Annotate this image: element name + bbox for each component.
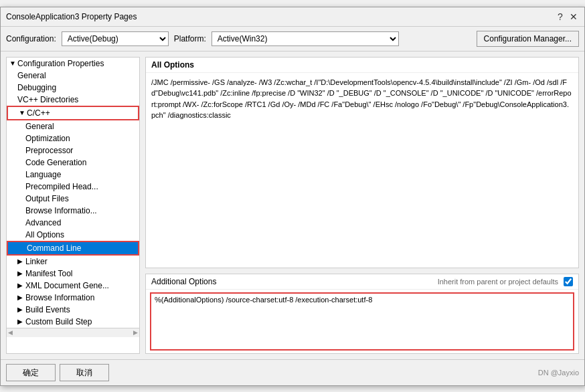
config-label: Configuration: xyxy=(6,34,56,43)
sidebar-item-cpp-output[interactable]: Output Files xyxy=(7,193,139,205)
all-options-panel: All Options /JMC /permissive- /GS /analy… xyxy=(145,57,579,268)
sidebar-item-custom-build[interactable]: ▶ Custom Build Step xyxy=(7,316,139,328)
tree-root-label: Configuration Properties xyxy=(17,59,104,68)
sidebar-item-cpp-browse-info[interactable]: Browse Informatio... xyxy=(7,205,139,217)
sidebar-item-label: VC++ Directories xyxy=(17,95,78,104)
config-manager-button[interactable]: Configuration Manager... xyxy=(477,31,579,47)
dialog-title: ConsoleApplication3 Property Pages xyxy=(6,12,137,21)
sidebar-item-label: Precompiled Head... xyxy=(25,182,98,191)
sidebar-item-label: Code Generation xyxy=(25,158,86,167)
sidebar-item-vc-dirs[interactable]: VC++ Directories xyxy=(7,94,139,106)
config-bar: Configuration: Active(Debug) Platform: A… xyxy=(1,27,584,52)
sidebar-item-label: General xyxy=(17,71,46,80)
sidebar-item-label: General xyxy=(25,122,54,131)
titlebar: ConsoleApplication3 Property Pages ? ✕ xyxy=(1,7,584,27)
sidebar-item-cpp-codegen[interactable]: Code Generation xyxy=(7,157,139,169)
sidebar-item-label: Browse Informatio... xyxy=(25,206,97,215)
sidebar-item-label: Preprocessor xyxy=(25,146,73,155)
sidebar-item-browse-information[interactable]: ▶ Browse Information xyxy=(7,292,139,304)
expand-icon: ▼ xyxy=(9,60,16,67)
sidebar-item-debugging[interactable]: Debugging xyxy=(7,82,139,94)
sidebar-item-cpp-general[interactable]: General xyxy=(7,120,139,132)
additional-options-panel: Additional Options Inherit from parent o… xyxy=(145,274,579,354)
configuration-select[interactable]: Active(Debug) xyxy=(62,31,169,46)
additional-options-header: Additional Options Inherit from parent o… xyxy=(146,274,578,290)
sidebar-item-cpp-preprocessor[interactable]: Preprocessor xyxy=(7,144,139,157)
titlebar-buttons: ? ✕ xyxy=(555,11,579,22)
tree-root-config-properties[interactable]: ▼ Configuration Properties xyxy=(7,58,139,70)
sidebar-item-label: C/C++ xyxy=(27,108,50,118)
sidebar-item-label: Command Line xyxy=(27,243,81,253)
sidebar-item-cpp-advanced[interactable]: Advanced xyxy=(7,217,139,229)
sidebar-item-xml-doc[interactable]: ▶ XML Document Gene... xyxy=(7,280,139,292)
sidebar-item-label: Linker xyxy=(25,257,48,266)
sidebar-item-cpp-cmdline[interactable]: Command Line xyxy=(7,241,139,256)
sidebar-item-label: XML Document Gene... xyxy=(25,281,109,290)
main-content: ▼ Configuration Properties General Debug… xyxy=(1,52,584,359)
additional-options-label: Additional Options xyxy=(151,277,216,286)
sidebar-item-cpp-all-options[interactable]: All Options xyxy=(7,229,139,241)
property-pages-dialog: ConsoleApplication3 Property Pages ? ✕ C… xyxy=(0,7,585,386)
sidebar-item-label: Output Files xyxy=(25,194,69,203)
tree-scrollbar[interactable]: ◀ ▶ xyxy=(7,328,139,337)
inherit-text: Inherit from parent or project defaults xyxy=(438,278,558,286)
sidebar-item-cpp-language[interactable]: Language xyxy=(7,169,139,181)
sidebar-item-general[interactable]: General xyxy=(7,70,139,82)
sidebar-item-label: Custom Build Step xyxy=(25,317,92,326)
inherit-checkbox[interactable] xyxy=(564,277,573,286)
sidebar-item-label: Build Events xyxy=(25,305,70,314)
expand-icon: ▶ xyxy=(17,258,24,265)
platform-label: Platform: xyxy=(174,34,206,43)
watermark: DN @Jayxio xyxy=(538,369,579,377)
expand-icon: ▶ xyxy=(17,270,24,277)
sidebar-item-label: Manifest Tool xyxy=(25,269,72,278)
sidebar-item-cpp[interactable]: ▼ C/C++ xyxy=(7,106,139,120)
all-options-header: All Options xyxy=(146,58,578,73)
additional-options-textbox[interactable] xyxy=(150,292,574,351)
close-button[interactable]: ✕ xyxy=(568,11,579,22)
platform-select[interactable]: Active(Win32) xyxy=(212,31,399,46)
expand-icon: ▼ xyxy=(19,109,25,116)
sidebar-item-manifest-tool[interactable]: ▶ Manifest Tool xyxy=(7,268,139,280)
expand-icon: ▶ xyxy=(17,306,24,313)
bottom-bar: 确定 取消 DN @Jayxio xyxy=(1,359,584,385)
sidebar-item-label: Language xyxy=(25,170,61,179)
ok-button[interactable]: 确定 xyxy=(6,364,56,381)
tree-panel[interactable]: ▼ Configuration Properties General Debug… xyxy=(6,57,140,354)
cancel-button[interactable]: 取消 xyxy=(60,364,109,381)
sidebar-item-label: Optimization xyxy=(25,134,70,143)
sidebar-item-build-events[interactable]: ▶ Build Events xyxy=(7,304,139,316)
sidebar-item-label: Advanced xyxy=(25,218,61,227)
right-panel: All Options /JMC /permissive- /GS /analy… xyxy=(145,57,579,354)
sidebar-item-linker[interactable]: ▶ Linker xyxy=(7,256,139,268)
expand-icon: ▶ xyxy=(17,318,24,325)
sidebar-item-label: All Options xyxy=(25,230,64,239)
sidebar-item-cpp-optimization[interactable]: Optimization xyxy=(7,132,139,144)
help-button[interactable]: ? xyxy=(555,11,566,22)
expand-icon: ▶ xyxy=(17,282,24,289)
sidebar-item-label: Debugging xyxy=(17,83,56,92)
sidebar-item-cpp-pch[interactable]: Precompiled Head... xyxy=(7,181,139,193)
additional-input-area xyxy=(146,290,578,353)
sidebar-item-label: Browse Information xyxy=(25,293,94,302)
expand-icon: ▶ xyxy=(17,294,24,301)
all-options-content[interactable]: /JMC /permissive- /GS /analyze- /W3 /Zc:… xyxy=(146,73,578,268)
